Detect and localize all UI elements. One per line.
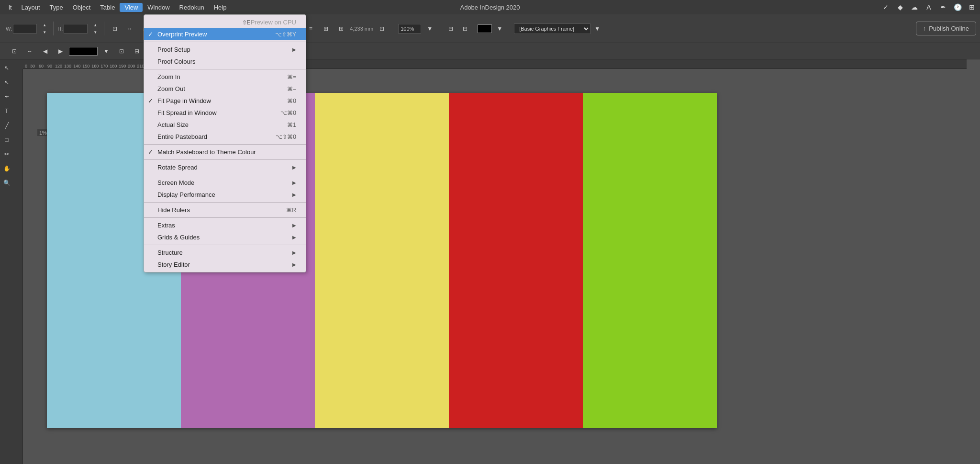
tool-pen[interactable]: ✒ xyxy=(0,90,13,103)
color-dropdown-btn[interactable]: ▼ xyxy=(493,22,506,35)
menu-item-window[interactable]: Window xyxy=(143,3,174,12)
frame-type-dropdown[interactable]: [Basic Graphics Frame] xyxy=(514,23,590,34)
menu-item-zoom-out[interactable]: Zoom Out ⌘– xyxy=(144,83,306,95)
publish-online-button[interactable]: ↑ Publish Online xyxy=(916,22,976,35)
align-top-btn[interactable]: ⊞ xyxy=(334,22,348,35)
menu-item-zoom-in[interactable]: Zoom In ⌘= xyxy=(144,71,306,83)
left-tool-panel: ↖ ↖ ✒ T ╱ □ ✂ ✋ 🔍 xyxy=(0,59,13,464)
height-input[interactable] xyxy=(64,24,88,34)
display-performance-label: Display Performance xyxy=(157,191,215,198)
tool-zoom[interactable]: 🔍 xyxy=(0,176,13,190)
transform-btn[interactable]: ⊡ xyxy=(108,22,122,35)
width-down-btn[interactable]: ▼ xyxy=(38,29,51,35)
ruler-tick-60: 60 xyxy=(37,64,45,68)
tool-hand[interactable]: ✋ xyxy=(0,162,13,175)
menu-item-view[interactable]: View xyxy=(120,3,143,12)
width-up-btn[interactable]: ▲ xyxy=(38,22,51,28)
zoom-dropdown-btn[interactable]: ▼ xyxy=(423,22,436,35)
match-pasteboard-checkmark: ✓ xyxy=(148,148,153,156)
frame-type-expand-btn[interactable]: ▼ xyxy=(590,22,604,35)
color-block-green xyxy=(583,93,717,428)
menu-item-match-pasteboard[interactable]: ✓ Match Pasteboard to Theme Colour xyxy=(144,146,306,158)
screen-mode-arrow: ▶ xyxy=(292,180,296,185)
tool-line[interactable]: ╱ xyxy=(0,119,13,132)
menu-item-story-editor[interactable]: Story Editor ▶ xyxy=(144,259,306,271)
menu-item-redokun[interactable]: Redokun xyxy=(175,3,209,12)
height-up-btn[interactable]: ▲ xyxy=(89,22,102,28)
align-btn-2[interactable]: ⊟ xyxy=(458,22,472,35)
divider-3 xyxy=(144,144,306,145)
ruler-tick-200: 200 xyxy=(127,64,136,68)
dropbox-icon: ◆ xyxy=(896,3,904,11)
menu-item-table[interactable]: Table xyxy=(95,3,120,12)
measure-btn[interactable]: ⊡ xyxy=(375,22,389,35)
menu-item-help[interactable]: Help xyxy=(209,3,232,12)
entire-pasteboard-shortcut: ⌥⇧⌘0 xyxy=(276,134,296,140)
color-block-yellow xyxy=(315,93,449,428)
fit-spread-shortcut: ⌥⌘0 xyxy=(280,110,296,116)
story-editor-arrow: ▶ xyxy=(292,262,296,267)
ruler-tick-120: 120 xyxy=(54,64,63,68)
fit-page-shortcut: ⌘0 xyxy=(287,98,296,104)
grids-guides-label: Grids & Guides xyxy=(157,234,200,241)
menu-item-actual-size[interactable]: Actual Size ⌘1 xyxy=(144,119,306,131)
menu-item-preview-cpu[interactable]: ⇧E Preview on CPU xyxy=(144,16,306,28)
view-dropdown-menu: ⇧E Preview on CPU ✓ Overprint Preview ⌥⇧… xyxy=(144,14,306,272)
flip-h-btn[interactable]: ↔ xyxy=(122,22,136,35)
zoom-input[interactable] xyxy=(398,24,421,34)
actual-size-label: Actual Size xyxy=(157,121,189,128)
tb2-swatch[interactable] xyxy=(69,47,98,56)
screen-mode-label: Screen Mode xyxy=(157,179,194,186)
width-input[interactable] xyxy=(13,24,37,34)
tb2-btn3[interactable]: ⊡ xyxy=(115,45,128,58)
menu-item-entire-pasteboard[interactable]: Entire Pasteboard ⌥⇧⌘0 xyxy=(144,131,306,143)
tb2-arrow1[interactable]: ◀ xyxy=(38,45,52,58)
menu-item-proof-setup[interactable]: Proof Setup ▶ xyxy=(144,44,306,56)
menu-item-fit-spread[interactable]: Fit Spread in Window ⌥⌘0 xyxy=(144,107,306,119)
menu-item-structure[interactable]: Structure ▶ xyxy=(144,247,306,259)
zoom-out-shortcut: ⌘– xyxy=(287,86,296,92)
fit-page-label: Fit Page in Window xyxy=(157,97,211,104)
align-btn-1[interactable]: ⊟ xyxy=(444,22,457,35)
toolbar-height-section: H: ▲ ▼ xyxy=(56,22,104,35)
menu-item-layout[interactable]: Layout xyxy=(17,3,45,12)
tool-select[interactable]: ↖ xyxy=(0,61,13,75)
color-swatch[interactable] xyxy=(478,24,492,33)
tb2-btn4[interactable]: ⊟ xyxy=(130,45,144,58)
ruler-corner xyxy=(13,59,23,69)
extras-label: Extras xyxy=(157,222,175,229)
height-down-btn[interactable]: ▼ xyxy=(89,29,102,35)
menu-item-display-performance[interactable]: Display Performance ▶ xyxy=(144,189,306,201)
menu-item-type[interactable]: Type xyxy=(45,3,68,12)
menu-item-screen-mode[interactable]: Screen Mode ▶ xyxy=(144,177,306,189)
menu-item-grids-guides[interactable]: Grids & Guides ▶ xyxy=(144,231,306,243)
publish-label: Publish Online xyxy=(929,25,969,32)
menu-item-hide-rulers[interactable]: Hide Rulers ⌘R xyxy=(144,204,306,216)
proof-setup-label: Proof Setup xyxy=(157,46,190,53)
tool-type[interactable]: T xyxy=(0,104,13,118)
tool-rect[interactable]: □ xyxy=(0,133,13,147)
adobe-icon: A xyxy=(924,3,933,11)
align-group2: ⊟ ⊟ xyxy=(442,22,474,35)
align-right-btn[interactable]: ⊞ xyxy=(319,22,333,35)
tool-direct-select[interactable]: ↖ xyxy=(0,76,13,89)
menu-item-object[interactable]: Object xyxy=(68,3,96,12)
menu-item-proof-colours[interactable]: Proof Colours xyxy=(144,56,306,68)
story-editor-label: Story Editor xyxy=(157,261,190,268)
publish-icon: ↑ xyxy=(923,25,926,32)
pen-icon: ✒ xyxy=(939,3,947,11)
ruler-tick-180: 180 xyxy=(109,64,118,68)
menu-item-extras[interactable]: Extras ▶ xyxy=(144,219,306,231)
tb2-swatch-btn[interactable]: ▼ xyxy=(100,45,113,58)
w-label: W: xyxy=(6,26,12,32)
zoom-in-shortcut: ⌘= xyxy=(287,74,296,80)
tb2-arrow2[interactable]: ▶ xyxy=(54,45,67,58)
tool-scissors[interactable]: ✂ xyxy=(0,147,13,161)
display-performance-arrow: ▶ xyxy=(292,192,296,197)
menu-item-fit-page[interactable]: ✓ Fit Page in Window ⌘0 xyxy=(144,95,306,107)
menu-item-it[interactable]: it xyxy=(4,3,17,12)
tb2-btn1[interactable]: ⊡ xyxy=(8,45,21,58)
menu-item-overprint-preview[interactable]: ✓ Overprint Preview ⌥⇧⌘Y xyxy=(144,28,306,40)
menu-item-rotate-spread[interactable]: Rotate Spread ▶ xyxy=(144,161,306,173)
tb2-btn2[interactable]: ↔ xyxy=(23,45,36,58)
